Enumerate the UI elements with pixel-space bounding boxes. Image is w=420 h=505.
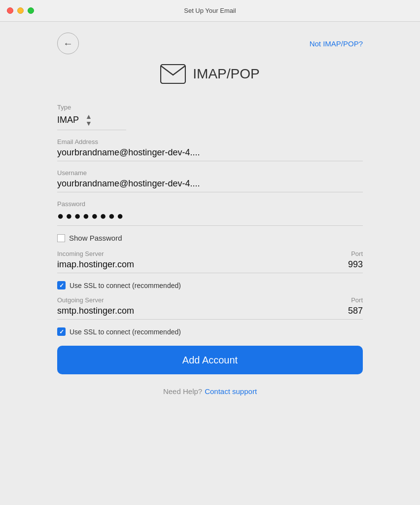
incoming-port-value[interactable]: 993	[348, 259, 363, 270]
help-text: Need Help?	[163, 387, 202, 396]
top-nav: ← Not IMAP/POP?	[57, 22, 363, 59]
email-field-group: Email Address yourbrandname@hostinger-de…	[57, 132, 363, 161]
password-label: Password	[57, 200, 363, 208]
page-title: IMAP/POP	[193, 66, 259, 82]
outgoing-port-value[interactable]: 587	[348, 306, 363, 316]
email-header: IMAP/POP	[57, 64, 363, 84]
show-password-checkbox[interactable]	[57, 234, 65, 242]
outgoing-server-row: Outgoing Server smtp.hostinger.com Port …	[57, 296, 363, 316]
incoming-ssl-checkbox[interactable]: ✓	[57, 281, 66, 289]
type-select[interactable]: IMAP POP3	[57, 115, 83, 125]
password-value[interactable]: ●●●●●●●●	[57, 210, 363, 226]
outgoing-port-label-group: Port 587	[348, 296, 363, 316]
add-account-button[interactable]: Add Account	[57, 346, 363, 374]
titlebar: Set Up Your Email	[0, 0, 420, 22]
back-arrow-icon: ←	[63, 38, 73, 48]
not-imap-link[interactable]: Not IMAP/POP?	[310, 39, 363, 48]
username-label: Username	[57, 169, 363, 177]
minimize-button[interactable]	[17, 7, 24, 14]
main-content: ← Not IMAP/POP? IMAP/POP Type IMAP POP3 …	[37, 22, 383, 505]
outgoing-server-divider	[57, 319, 363, 320]
incoming-server-row: Incoming Server imap.hostinger.com Port …	[57, 250, 363, 270]
type-label: Type	[57, 104, 363, 111]
type-select-wrapper[interactable]: IMAP POP3 ▲ ▼	[57, 113, 126, 130]
username-value[interactable]: yourbrandname@hostinger-dev-4....	[57, 179, 363, 192]
titlebar-buttons	[7, 7, 34, 14]
type-field-group: Type IMAP POP3 ▲ ▼	[57, 98, 363, 130]
mail-icon	[160, 64, 186, 84]
close-button[interactable]	[7, 7, 13, 14]
maximize-button[interactable]	[28, 7, 34, 14]
incoming-server-divider	[57, 273, 363, 273]
outgoing-server-value[interactable]: smtp.hostinger.com	[57, 306, 134, 316]
back-button[interactable]: ←	[57, 33, 79, 54]
incoming-server-label-group: Incoming Server imap.hostinger.com	[57, 250, 134, 270]
email-value[interactable]: yourbrandname@hostinger-dev-4....	[57, 147, 363, 161]
incoming-ssl-row: ✓ Use SSL to connect (recommended)	[57, 281, 363, 289]
incoming-port-label-group: Port 993	[348, 250, 363, 270]
incoming-server-label: Incoming Server	[57, 250, 134, 257]
password-field-group: Password ●●●●●●●●	[57, 194, 363, 226]
select-arrows-icon: ▲ ▼	[85, 113, 92, 127]
help-row: Need Help? Contact support	[57, 387, 363, 405]
form-section: Type IMAP POP3 ▲ ▼ Email Address yourbra…	[57, 98, 363, 379]
incoming-server-value[interactable]: imap.hostinger.com	[57, 259, 134, 270]
email-label: Email Address	[57, 138, 363, 145]
username-field-group: Username yourbrandname@hostinger-dev-4..…	[57, 163, 363, 192]
incoming-ssl-label: Use SSL to connect (recommended)	[70, 282, 181, 289]
contact-support-link[interactable]: Contact support	[205, 387, 257, 396]
outgoing-ssl-row: ✓ Use SSL to connect (recommended)	[57, 327, 363, 336]
outgoing-port-label: Port	[351, 296, 363, 304]
outgoing-server-label-group: Outgoing Server smtp.hostinger.com	[57, 296, 134, 316]
incoming-port-label: Port	[351, 250, 363, 257]
outgoing-server-label: Outgoing Server	[57, 296, 134, 304]
svg-rect-0	[161, 65, 185, 83]
outgoing-ssl-label: Use SSL to connect (recommended)	[70, 328, 181, 336]
show-password-label: Show Password	[69, 234, 122, 242]
show-password-row: Show Password	[57, 234, 363, 242]
incoming-ssl-checkmark-icon: ✓	[59, 282, 64, 289]
outgoing-ssl-checkbox[interactable]: ✓	[57, 327, 66, 336]
outgoing-ssl-checkmark-icon: ✓	[59, 328, 64, 335]
window-title: Set Up Your Email	[184, 7, 236, 14]
